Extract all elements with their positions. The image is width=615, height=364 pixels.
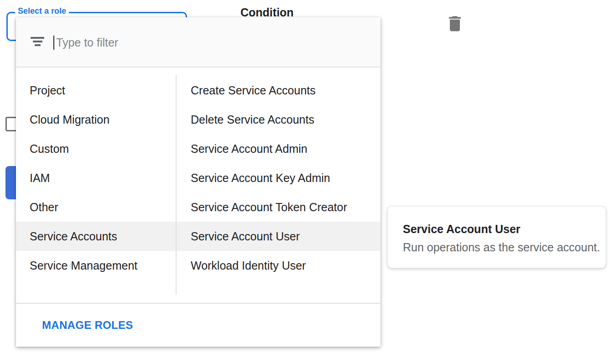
tooltip-role-title: Service Account User [403, 222, 592, 236]
role-item[interactable]: Service Account Token Creator [176, 192, 380, 222]
tooltip-role-description: Run operations as the service account. [403, 240, 592, 254]
role-item[interactable]: Delete Service Accounts [176, 105, 380, 134]
dropdown-footer: MANAGE ROLES [16, 303, 380, 347]
role-column: Create Service Accounts Delete Service A… [176, 68, 380, 302]
category-item[interactable]: Project [16, 76, 176, 105]
category-item[interactable]: Service Management [16, 251, 176, 280]
delete-row-button[interactable] [445, 14, 465, 34]
role-item[interactable]: Service Account Key Admin [176, 163, 380, 192]
filter-list-icon [31, 37, 44, 46]
manage-roles-button[interactable]: MANAGE ROLES [42, 319, 133, 332]
role-dropdown-panel: Project Cloud Migration Custom IAM Other… [16, 17, 380, 347]
category-item[interactable]: Service Accounts [16, 222, 176, 251]
filter-header [16, 17, 380, 68]
column-divider [176, 75, 177, 295]
category-item[interactable]: Custom [16, 134, 176, 163]
trash-icon [445, 28, 465, 35]
select-role-label: Select a role [15, 6, 69, 16]
role-item[interactable]: Service Account User [176, 222, 380, 251]
role-item[interactable]: Workload Identity User [176, 251, 380, 280]
role-item[interactable]: Service Account Admin [176, 134, 380, 163]
role-list-area: Project Cloud Migration Custom IAM Other… [16, 68, 380, 302]
role-filter-input[interactable] [56, 17, 366, 68]
category-column: Project Cloud Migration Custom IAM Other… [16, 68, 176, 302]
role-item[interactable]: Create Service Accounts [176, 76, 380, 105]
category-item[interactable]: IAM [16, 163, 176, 192]
category-item[interactable]: Cloud Migration [16, 105, 176, 134]
category-item[interactable]: Other [16, 192, 176, 222]
text-cursor [53, 36, 54, 50]
role-tooltip-card: Service Account User Run operations as t… [387, 206, 606, 268]
